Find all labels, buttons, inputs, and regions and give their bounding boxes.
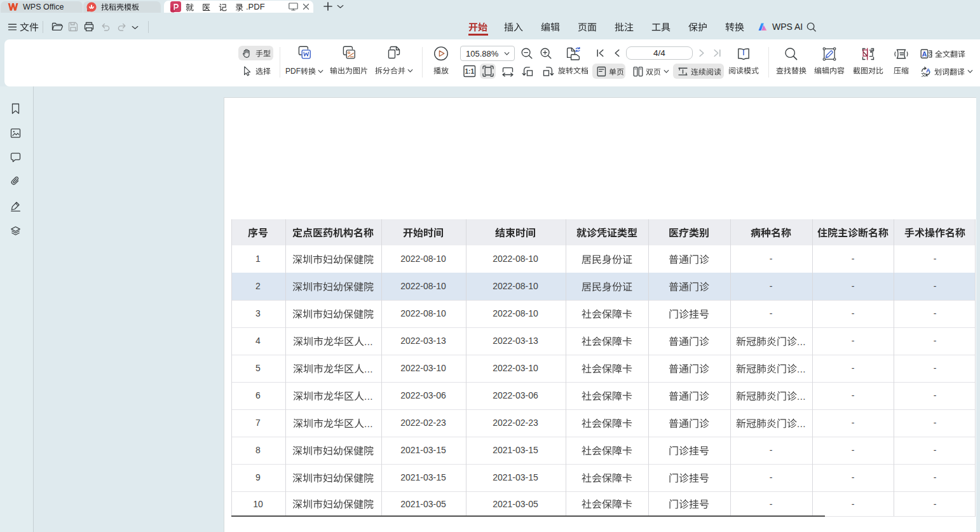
svg-text:1:1: 1:1 bbox=[465, 68, 475, 75]
svg-text:A: A bbox=[922, 50, 927, 58]
svg-text:A: A bbox=[926, 67, 930, 74]
